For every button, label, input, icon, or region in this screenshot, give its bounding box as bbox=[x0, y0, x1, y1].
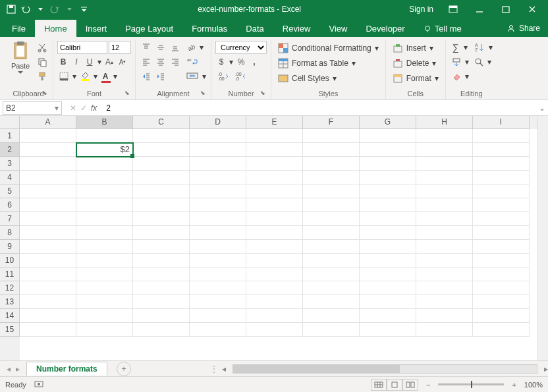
cell[interactable] bbox=[76, 295, 133, 309]
cell[interactable] bbox=[360, 129, 416, 143]
cell[interactable] bbox=[76, 240, 133, 254]
column-header[interactable]: F bbox=[303, 116, 360, 129]
cell[interactable] bbox=[76, 184, 133, 198]
row-header[interactable]: 8 bbox=[0, 226, 20, 240]
zoom-slider[interactable] bbox=[438, 383, 504, 385]
find-select-button[interactable] bbox=[472, 55, 485, 69]
chevron-down-icon[interactable]: ▾ bbox=[464, 70, 470, 83]
cell[interactable] bbox=[246, 254, 303, 267]
row-header[interactable]: 14 bbox=[0, 309, 20, 323]
cell[interactable] bbox=[303, 267, 360, 281]
cell[interactable] bbox=[76, 281, 133, 295]
cell[interactable] bbox=[360, 212, 416, 226]
row-header[interactable]: 7 bbox=[0, 212, 20, 226]
cell[interactable] bbox=[360, 240, 416, 254]
increase-indent-button[interactable] bbox=[154, 70, 167, 83]
chevron-down-icon[interactable]: ▾ bbox=[202, 70, 207, 83]
row-header[interactable]: 15 bbox=[0, 323, 20, 337]
save-icon[interactable] bbox=[5, 3, 17, 15]
cell[interactable] bbox=[20, 184, 76, 198]
cell[interactable] bbox=[473, 143, 530, 157]
font-size-combo[interactable] bbox=[109, 41, 131, 54]
name-box[interactable]: B2▾ bbox=[3, 101, 62, 115]
row-header[interactable]: 11 bbox=[0, 267, 20, 281]
cell[interactable] bbox=[246, 129, 303, 143]
cell[interactable] bbox=[246, 309, 303, 323]
cut-button[interactable] bbox=[36, 41, 49, 54]
view-normal-icon[interactable] bbox=[371, 379, 387, 391]
cell[interactable]: $2 bbox=[76, 143, 133, 157]
cell[interactable] bbox=[190, 226, 246, 240]
font-color-button[interactable]: A bbox=[99, 70, 111, 83]
cell[interactable] bbox=[473, 254, 530, 267]
bold-button[interactable]: B bbox=[57, 55, 69, 69]
cell[interactable] bbox=[360, 281, 416, 295]
formula-input[interactable] bbox=[102, 101, 536, 115]
zoom-in-button[interactable]: + bbox=[512, 381, 516, 389]
cell[interactable] bbox=[190, 240, 246, 254]
underline-button[interactable]: U bbox=[84, 55, 96, 69]
cell[interactable] bbox=[303, 129, 360, 143]
chevron-down-icon[interactable]: ▾ bbox=[487, 55, 492, 69]
cell[interactable] bbox=[416, 254, 473, 267]
cell[interactable] bbox=[20, 323, 76, 337]
cell[interactable] bbox=[20, 129, 76, 143]
decrease-decimal-button[interactable]: .00.0 bbox=[233, 70, 248, 83]
cell[interactable] bbox=[190, 295, 246, 309]
share-button[interactable]: Share bbox=[499, 20, 548, 37]
cell[interactable] bbox=[133, 129, 190, 143]
cell[interactable] bbox=[360, 254, 416, 267]
cancel-formula-icon[interactable]: ✕ bbox=[70, 103, 76, 113]
cells-area[interactable]: $2 bbox=[20, 129, 537, 360]
tab-home[interactable]: Home bbox=[35, 20, 76, 37]
borders-button[interactable] bbox=[57, 70, 70, 83]
cell[interactable] bbox=[303, 212, 360, 226]
vertical-scrollbar[interactable] bbox=[537, 116, 548, 360]
font-name-combo[interactable] bbox=[57, 41, 107, 54]
tab-review[interactable]: Review bbox=[273, 20, 320, 37]
horizontal-scrollbar[interactable] bbox=[233, 364, 537, 374]
cell[interactable] bbox=[190, 143, 246, 157]
wrap-text-button[interactable]: ab bbox=[184, 55, 200, 69]
decrease-indent-button[interactable] bbox=[140, 70, 153, 83]
cell[interactable] bbox=[303, 295, 360, 309]
cell[interactable] bbox=[416, 323, 473, 337]
cell[interactable] bbox=[133, 281, 190, 295]
tab-data[interactable]: Data bbox=[236, 20, 273, 37]
cell[interactable] bbox=[133, 171, 190, 184]
cell[interactable] bbox=[76, 309, 133, 323]
zoom-out-button[interactable]: − bbox=[426, 381, 430, 389]
hscroll-right-icon[interactable]: ▸ bbox=[544, 364, 548, 374]
sheet-nav-next-icon[interactable]: ▸ bbox=[16, 364, 20, 374]
cell[interactable] bbox=[473, 226, 530, 240]
enter-formula-icon[interactable]: ✓ bbox=[80, 103, 87, 113]
column-header[interactable]: G bbox=[360, 116, 416, 129]
cell[interactable] bbox=[20, 157, 76, 171]
cell[interactable] bbox=[473, 184, 530, 198]
merge-center-button[interactable] bbox=[184, 70, 200, 83]
undo-icon[interactable] bbox=[20, 3, 32, 15]
cell[interactable] bbox=[246, 212, 303, 226]
cell[interactable] bbox=[20, 143, 76, 157]
chevron-down-icon[interactable]: ▾ bbox=[488, 41, 493, 54]
cell[interactable] bbox=[190, 184, 246, 198]
cell[interactable] bbox=[416, 295, 473, 309]
sheet-nav-prev-icon[interactable]: ◂ bbox=[7, 364, 11, 374]
cell[interactable] bbox=[190, 267, 246, 281]
cell[interactable] bbox=[246, 157, 303, 171]
sheet-split-handle[interactable]: ⋮ bbox=[210, 364, 218, 374]
cell[interactable] bbox=[473, 171, 530, 184]
cell[interactable] bbox=[133, 226, 190, 240]
cell[interactable] bbox=[473, 323, 530, 337]
cell[interactable] bbox=[246, 198, 303, 212]
cell[interactable] bbox=[303, 309, 360, 323]
zoom-level[interactable]: 100% bbox=[524, 381, 543, 389]
cell[interactable] bbox=[473, 267, 530, 281]
align-middle-button[interactable] bbox=[154, 41, 167, 54]
cell[interactable] bbox=[20, 171, 76, 184]
cell[interactable] bbox=[20, 212, 76, 226]
close-icon[interactable] bbox=[519, 0, 545, 18]
cell[interactable] bbox=[360, 226, 416, 240]
cell[interactable] bbox=[246, 143, 303, 157]
hscroll-left-icon[interactable]: ◂ bbox=[222, 364, 226, 374]
